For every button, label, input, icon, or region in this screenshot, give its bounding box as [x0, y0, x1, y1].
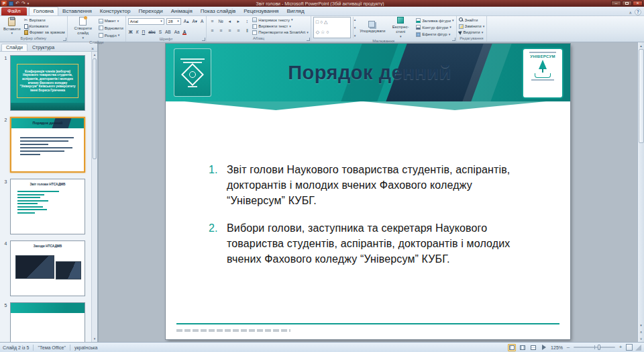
align-left-button[interactable]: ≡ [209, 28, 215, 34]
scroll-up-button[interactable]: ▴ [92, 52, 97, 58]
thumbnail-slide-2-selected[interactable]: 2 Порядок денний [1, 117, 91, 173]
replace-button[interactable]: Замінити ▾ [459, 24, 485, 30]
columns-button[interactable]: ‖ [244, 28, 250, 34]
panel-tab-outline[interactable]: Структура [28, 44, 58, 51]
tab-file[interactable]: Файл [1, 7, 27, 15]
find-button[interactable]: Знайти [459, 17, 485, 23]
align-text-button[interactable]: Вирівняти текст ▾ [252, 24, 308, 30]
slide-title[interactable]: Порядок денний [236, 44, 503, 101]
shape-outline-button[interactable]: Контур фігури ▾ [416, 24, 453, 30]
close-button[interactable]: × [633, 1, 643, 6]
bullets-button[interactable]: ≡ [209, 18, 215, 25]
tab-slideshow[interactable]: Показ слайдів [197, 7, 239, 15]
strikethrough-button[interactable]: abc [148, 29, 156, 35]
panel-scrollbar[interactable]: ▴ ▾ [91, 52, 97, 342]
shape-effects-button[interactable]: Ефекти фігур ▾ [416, 32, 453, 38]
zoom-level[interactable]: 125% [551, 345, 563, 350]
previous-slide-button[interactable]: ∧ [638, 328, 644, 335]
align-center-button[interactable]: ≡ [217, 28, 224, 34]
change-case-button[interactable]: Аа [174, 29, 180, 35]
redo-button[interactable]: ↷ [21, 0, 25, 7]
thumbnail-slide-1[interactable]: 1 Конференція членів (виборча) Наукового… [1, 55, 91, 111]
new-slide-button[interactable]: Створити слайд ▾ [70, 17, 97, 40]
fit-to-window-button[interactable] [626, 344, 633, 351]
decrease-indent-button[interactable]: ◂ [226, 18, 233, 25]
view-slideshow-button[interactable] [540, 344, 548, 351]
bold-button[interactable]: Ж [128, 29, 133, 35]
scroll-down-button[interactable]: ▾ [92, 336, 97, 342]
shapes-gallery-scroll[interactable]: ▴ ▾ ▾ [353, 17, 357, 38]
zoom-slider-thumb[interactable] [598, 345, 600, 350]
slide-canvas[interactable]: Порядок денний УНІВЕРСУМ 1. Звіт голови … [166, 44, 570, 339]
tab-design[interactable]: Конструктор [96, 7, 135, 15]
character-spacing-button[interactable]: АВ [164, 29, 172, 35]
font-family-select[interactable]: Arial ▾ [128, 18, 164, 25]
zoom-out-button[interactable]: – [566, 345, 571, 350]
scroll-down-button[interactable]: ▾ [638, 322, 644, 328]
tab-review[interactable]: Рецензування [239, 7, 282, 15]
clipboard-dialog-launcher[interactable] [63, 38, 66, 41]
align-right-button[interactable]: ≡ [226, 28, 233, 34]
text-shadow-button[interactable]: S [158, 29, 162, 35]
quick-styles-button[interactable]: Експрес-стилі ▾ [387, 17, 414, 38]
editor-scrollbar-thumb[interactable] [639, 49, 644, 143]
increase-indent-button[interactable]: ▸ [235, 18, 241, 25]
paste-button[interactable]: Вставити ▾ [2, 17, 22, 36]
panel-tab-slides[interactable]: Слайди [1, 44, 28, 51]
section-button[interactable]: Розділ ▾ [99, 32, 123, 38]
shape-fill-button[interactable]: Заливка фігури ▾ [416, 17, 453, 24]
language-indicator[interactable]: українська [74, 345, 97, 350]
maximize-button[interactable] [622, 1, 632, 6]
drawing-dialog-launcher[interactable] [452, 38, 455, 41]
resize-grip[interactable] [635, 345, 641, 351]
font-size-select[interactable]: 28 ▾ [166, 18, 181, 25]
next-slide-button[interactable]: ∨ [638, 335, 644, 342]
thumbnail-slide-4[interactable]: 4 Заходи НТСАДМВ [1, 240, 91, 296]
format-painter-button[interactable]: Формат за зразком [24, 30, 65, 36]
grow-font-button[interactable]: А▴ [183, 18, 190, 24]
scroll-up-button[interactable]: ▴ [638, 42, 644, 49]
minimize-button[interactable]: – [611, 1, 621, 6]
help-button[interactable]: ? [635, 9, 641, 15]
font-dialog-launcher[interactable] [202, 38, 205, 41]
italic-button[interactable]: К [136, 29, 140, 35]
paragraph-dialog-launcher[interactable] [307, 38, 310, 41]
layout-button[interactable]: Макет ▾ [99, 18, 123, 24]
justify-button[interactable]: ≡ [235, 28, 241, 34]
panel-scrollbar-thumb[interactable] [93, 58, 97, 159]
save-button[interactable] [9, 1, 13, 6]
reset-button[interactable]: Відновити [99, 25, 123, 31]
copy-button[interactable]: Копіювати [24, 24, 65, 30]
zoom-slider[interactable] [574, 347, 615, 348]
editor-scrollbar[interactable]: ▴ ▾ ∧ ∨ [637, 42, 644, 342]
slide-indicator[interactable]: Слайд 2 із 5 [3, 345, 29, 350]
clear-formatting-button[interactable]: А [200, 18, 204, 24]
tab-animations[interactable]: Анімація [167, 7, 197, 15]
agenda-list[interactable]: 1. Звіт голови Наукового товариства студ… [209, 162, 525, 278]
theme-name[interactable]: "Тема Office" [38, 345, 66, 350]
underline-button[interactable]: П [142, 29, 146, 35]
panel-close-button[interactable]: × [89, 46, 96, 51]
arrange-button[interactable]: Упорядкувати [358, 17, 385, 38]
numbering-button[interactable]: № [217, 18, 224, 25]
view-slide-sorter-button[interactable] [519, 344, 527, 351]
tab-transitions[interactable]: Переходи [134, 7, 166, 15]
thumbnail-slide-3[interactable]: 3 Звіт голови НТСАДМВ [1, 179, 91, 234]
text-direction-button[interactable]: Напрямок тексту ▾ [252, 17, 308, 23]
view-reading-button[interactable] [529, 344, 537, 351]
shapes-gallery[interactable]: □○△ ◇☆○ [313, 17, 351, 38]
collapse-ribbon-button[interactable]: ∧ [629, 10, 632, 15]
tab-home[interactable]: Головна [29, 7, 58, 15]
zoom-in-button[interactable]: + [618, 345, 623, 350]
convert-smartart-button[interactable]: Перетворити на SmartArt ▾ [252, 30, 308, 36]
tab-view[interactable]: Вигляд [282, 7, 308, 15]
shrink-font-button[interactable]: А▾ [191, 18, 198, 24]
line-spacing-button[interactable]: ↕ [244, 18, 250, 25]
select-button[interactable]: Виділити ▾ [459, 30, 485, 36]
undo-button[interactable]: ↶ [15, 0, 19, 7]
thumbnail-slide-5[interactable]: 5 [1, 302, 91, 342]
tab-insert[interactable]: Вставлення [58, 7, 96, 15]
cut-button[interactable]: ✂ Вирізати [24, 17, 65, 23]
view-normal-button[interactable] [508, 344, 516, 351]
font-color-button[interactable]: А [182, 29, 187, 35]
